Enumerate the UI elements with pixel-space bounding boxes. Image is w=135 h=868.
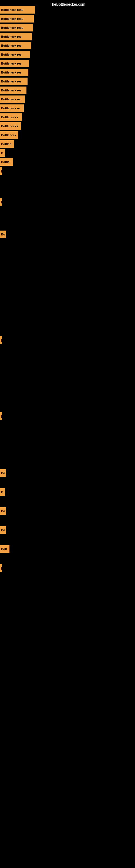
bar-item: Bo bbox=[0, 469, 6, 477]
bar-label: Bottleneck re bbox=[0, 104, 24, 112]
bar-item: Bottleneck res bbox=[0, 78, 28, 85]
bar-item: [ bbox=[0, 198, 2, 206]
bar-label: | bbox=[0, 336, 2, 344]
bar-item: Bottleneck res bbox=[0, 51, 30, 58]
bar-item: Bo bbox=[0, 230, 6, 238]
bar-label: Bottleneck r bbox=[0, 122, 21, 130]
bar-label: B bbox=[0, 149, 5, 157]
bar-item: B bbox=[0, 149, 5, 157]
bar-label: Bottleneck resu bbox=[0, 15, 34, 23]
bar-label: Bo bbox=[0, 507, 6, 515]
bar-label: [ bbox=[0, 198, 2, 206]
bar-label: Bottleneck res bbox=[0, 42, 31, 50]
bar-label: Bottleneck res bbox=[0, 78, 28, 85]
bar-item: Bottleneck res bbox=[0, 42, 31, 50]
bar-label: Bottleneck bbox=[0, 131, 18, 139]
bar-label: Bottleneck resu bbox=[0, 24, 33, 31]
bar-label: Bottleneck re bbox=[0, 95, 25, 103]
bar-label: | bbox=[0, 167, 2, 175]
bar-item: Bottleneck resu bbox=[0, 6, 35, 13]
bar-label: Bottleneck resu bbox=[0, 6, 35, 13]
bar-item: Bottleneck re bbox=[0, 95, 25, 103]
bar-item: Bottleneck res bbox=[0, 69, 28, 76]
bar-item: B bbox=[0, 488, 5, 496]
bar-label: Bottleneck res bbox=[0, 69, 28, 76]
bar-label: Bottleneck res bbox=[0, 60, 29, 67]
bar-item: Bottleneck resu bbox=[0, 15, 34, 23]
bar-label: [ bbox=[0, 412, 2, 420]
bar-label: Bottlen bbox=[0, 140, 14, 148]
bar-item: Bottleneck res bbox=[0, 60, 29, 67]
bar-label: Bo bbox=[0, 230, 6, 238]
bar-label: | bbox=[0, 564, 2, 572]
bar-label: Bottleneck res bbox=[0, 33, 32, 40]
bar-label: B bbox=[0, 488, 5, 496]
bar-item: Bottleneck res bbox=[0, 87, 27, 94]
bar-item: | bbox=[0, 167, 2, 175]
bar-item: Bottleneck r bbox=[0, 122, 21, 130]
bar-label: Bottle bbox=[0, 158, 13, 166]
bar-item: | bbox=[0, 564, 2, 572]
bar-item: Bottleneck res bbox=[0, 33, 32, 40]
bar-label: Bottleneck r bbox=[0, 113, 22, 121]
bar-label: Bottleneck res bbox=[0, 51, 30, 58]
bar-item: Bott bbox=[0, 545, 9, 553]
bar-item: Bottleneck resu bbox=[0, 24, 33, 31]
bar-item: Bottleneck bbox=[0, 131, 18, 139]
bar-item: Bottle bbox=[0, 158, 13, 166]
bar-label: Bo bbox=[0, 469, 6, 477]
bar-item: [ bbox=[0, 412, 2, 420]
bar-item: | bbox=[0, 336, 2, 344]
bar-item: Bottlen bbox=[0, 140, 14, 148]
bar-item: Bottleneck r bbox=[0, 113, 22, 121]
bar-label: Bo bbox=[0, 526, 6, 534]
bar-label: Bott bbox=[0, 545, 9, 553]
bar-item: Bottleneck re bbox=[0, 104, 24, 112]
bar-item: Bo bbox=[0, 507, 6, 515]
bar-item: Bo bbox=[0, 526, 6, 534]
bar-label: Bottleneck res bbox=[0, 87, 27, 94]
